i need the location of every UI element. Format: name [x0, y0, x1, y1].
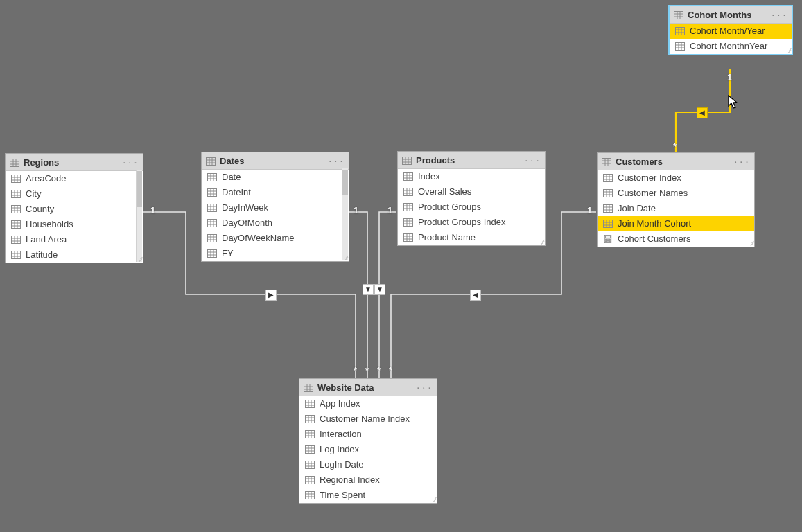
table-header[interactable]: Cohort Months · · ·: [670, 6, 792, 24]
cardinality-many: *: [673, 141, 677, 152]
field-item[interactable]: Overall Sales: [398, 184, 545, 200]
column-icon: [207, 204, 217, 212]
svg-rect-126: [606, 236, 611, 238]
cardinality-many: *: [389, 365, 392, 375]
svg-rect-131: [607, 241, 609, 242]
field-item[interactable]: Interaction: [299, 427, 437, 442]
resize-grip[interactable]: [430, 496, 436, 502]
resize-grip[interactable]: [342, 254, 348, 260]
field-item[interactable]: Product Groups Index: [398, 215, 545, 230]
table-menu-button[interactable]: · · ·: [735, 159, 749, 166]
table-products[interactable]: Products · · · IndexOverall SalesProduct…: [397, 151, 546, 246]
svg-rect-10: [12, 190, 21, 198]
table-cohort-months[interactable]: Cohort Months · · · Cohort Month/YearCoh…: [668, 5, 793, 55]
table-header[interactable]: Website Data · · ·: [299, 379, 437, 396]
table-customers[interactable]: Customers · · · Customer IndexCustomer N…: [597, 152, 755, 247]
field-label: Cohort Customers: [618, 233, 690, 245]
svg-rect-132: [609, 241, 611, 242]
field-item[interactable]: Join Month Cohort: [598, 216, 754, 231]
field-item[interactable]: Join Date: [598, 201, 754, 216]
scrollbar[interactable]: [342, 168, 348, 260]
column-icon: [675, 27, 685, 35]
field-item[interactable]: Households: [6, 217, 143, 232]
column-icon: [305, 400, 315, 408]
svg-rect-60: [208, 235, 217, 242]
model-canvas[interactable]: { "tables": { "regions": { "title": "Reg…: [0, 0, 802, 532]
table-header[interactable]: Products · · ·: [398, 152, 545, 169]
svg-rect-75: [404, 173, 413, 181]
field-item[interactable]: Product Name: [398, 230, 545, 245]
table-menu-button[interactable]: · · ·: [417, 384, 431, 391]
table-header[interactable]: Customers · · ·: [598, 153, 754, 170]
table-menu-button[interactable]: · · ·: [123, 159, 137, 166]
svg-rect-35: [207, 157, 216, 165]
svg-rect-90: [404, 219, 413, 227]
field-item[interactable]: DayInWeek: [202, 200, 349, 215]
field-item[interactable]: Product Groups: [398, 200, 545, 215]
column-icon: [11, 175, 21, 183]
field-label: Cohort Month/Year: [690, 26, 765, 37]
column-icon: [207, 188, 217, 197]
scrollbar-thumb[interactable]: [137, 171, 142, 207]
svg-rect-105: [604, 175, 613, 182]
field-item[interactable]: DayOfMonth: [202, 215, 349, 231]
field-item[interactable]: Time Spent: [299, 488, 437, 503]
resize-grip[interactable]: [136, 256, 142, 262]
field-item[interactable]: Regional Index: [299, 472, 437, 488]
field-item[interactable]: Latitude: [6, 247, 143, 263]
field-item[interactable]: Customer Index: [598, 170, 754, 186]
table-menu-button[interactable]: · · ·: [329, 158, 343, 165]
filter-arrow-icon: ▶: [265, 290, 277, 301]
field-item[interactable]: DayOfWeekName: [202, 231, 349, 246]
table-title: Website Data: [317, 382, 417, 393]
table-website-data[interactable]: Website Data · · · App IndexCustomer Nam…: [299, 378, 437, 504]
field-item[interactable]: Index: [398, 169, 545, 184]
field-item[interactable]: Customer Name Index: [299, 411, 437, 427]
cardinality-one: 1: [387, 205, 392, 215]
table-header[interactable]: Dates · · ·: [202, 152, 349, 170]
table-header[interactable]: Regions · · ·: [6, 154, 143, 171]
field-item[interactable]: Cohort MonthnYear: [670, 39, 792, 54]
field-list: AreaCodeCityCountyHouseholdsLand AreaLat…: [6, 171, 143, 263]
field-item[interactable]: FY: [202, 246, 349, 261]
table-dates[interactable]: Dates · · · DateDateIntDayInWeekDayOfMon…: [201, 152, 349, 262]
field-item[interactable]: City: [6, 186, 143, 202]
column-icon: [403, 188, 413, 196]
table-menu-button[interactable]: · · ·: [525, 157, 539, 164]
field-item[interactable]: Date: [202, 170, 349, 185]
table-menu-button[interactable]: · · ·: [772, 12, 786, 19]
field-label: Latitude: [26, 249, 58, 260]
field-item[interactable]: Log Index: [299, 442, 437, 457]
svg-rect-120: [604, 220, 613, 228]
svg-rect-30: [12, 251, 21, 259]
svg-rect-183: [676, 43, 685, 51]
table-regions[interactable]: Regions · · · AreaCodeCityCountyHousehol…: [5, 153, 143, 263]
svg-rect-115: [604, 205, 613, 213]
field-label: Customer Names: [618, 188, 688, 199]
field-label: AreaCode: [26, 173, 67, 184]
column-icon: [11, 236, 21, 244]
field-item[interactable]: Land Area: [6, 232, 143, 247]
table-icon: [206, 157, 216, 166]
resize-grip[interactable]: [785, 47, 791, 53]
scrollbar[interactable]: [136, 170, 142, 262]
cardinality-one: 1: [150, 205, 155, 215]
field-label: Product Name: [418, 232, 476, 243]
svg-rect-173: [674, 11, 683, 19]
svg-rect-143: [306, 416, 315, 423]
field-item[interactable]: DateInt: [202, 185, 349, 200]
field-item[interactable]: Cohort Month/Year: [670, 24, 792, 39]
field-item[interactable]: Cohort Customers: [598, 231, 754, 247]
field-item[interactable]: App Index: [299, 396, 437, 411]
resize-grip[interactable]: [747, 240, 753, 246]
field-item[interactable]: Customer Names: [598, 186, 754, 201]
field-item[interactable]: AreaCode: [6, 171, 143, 186]
resize-grip[interactable]: [538, 238, 544, 245]
field-item[interactable]: County: [6, 202, 143, 217]
svg-rect-5: [12, 175, 21, 183]
table-title: Cohort Months: [688, 10, 772, 20]
svg-rect-70: [403, 157, 412, 164]
scrollbar-thumb[interactable]: [342, 170, 348, 195]
svg-rect-65: [208, 250, 217, 258]
field-item[interactable]: LogIn Date: [299, 457, 437, 472]
